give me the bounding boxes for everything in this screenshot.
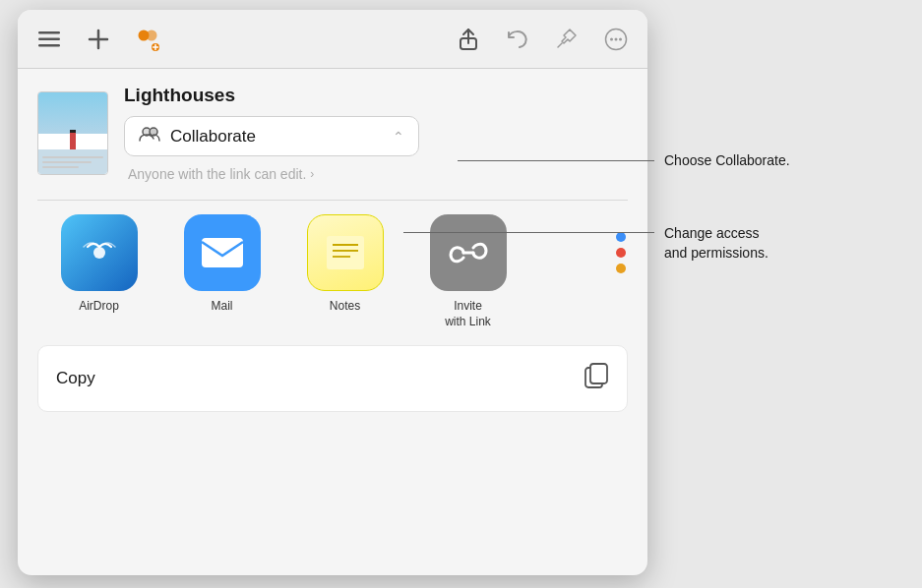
undo-icon[interactable] bbox=[502, 24, 533, 55]
pin-icon[interactable] bbox=[551, 24, 583, 55]
annotation-text-2-container: Change access and permissions. bbox=[664, 224, 768, 263]
svg-rect-0 bbox=[38, 31, 60, 34]
notes-label: Notes bbox=[330, 299, 360, 315]
annotation-text-2b: and permissions. bbox=[664, 244, 768, 264]
svg-rect-2 bbox=[38, 44, 60, 47]
scene: Lighthouses Collaborate ⌃ bbox=[0, 0, 922, 588]
airdrop-label: AirDrop bbox=[79, 299, 119, 315]
svg-point-16 bbox=[93, 247, 105, 259]
svg-rect-24 bbox=[590, 364, 607, 383]
invite-link-label: Invitewith Link bbox=[445, 299, 491, 329]
collaborate-dropdown[interactable]: Collaborate ⌃ bbox=[124, 116, 419, 156]
annotation-choose-collaborate: Choose Collaborate. bbox=[458, 152, 790, 168]
annotation-text-2a: Change access bbox=[664, 224, 768, 244]
share-panel: Lighthouses Collaborate ⌃ bbox=[18, 10, 647, 575]
airdrop-icon-box bbox=[61, 214, 138, 291]
svg-point-12 bbox=[615, 37, 618, 40]
collaborate-toolbar-icon[interactable] bbox=[132, 24, 163, 55]
copy-icon bbox=[584, 362, 609, 395]
svg-rect-1 bbox=[38, 37, 60, 40]
airdrop-share-item[interactable]: AirDrop bbox=[37, 214, 160, 315]
svg-point-11 bbox=[610, 37, 613, 40]
annotation-line-1 bbox=[458, 160, 654, 161]
mail-icon-box bbox=[184, 214, 261, 291]
svg-point-13 bbox=[619, 37, 622, 40]
access-text: Anyone with the link can edit. bbox=[128, 166, 306, 182]
notes-icon-box bbox=[307, 214, 384, 291]
dot-orange bbox=[616, 264, 626, 273]
chevron-icon: ⌃ bbox=[393, 129, 404, 145]
notes-share-item[interactable]: Notes bbox=[283, 214, 406, 315]
collaborate-label: Collaborate bbox=[170, 127, 383, 147]
annotation-text-1: Choose Collaborate. bbox=[664, 152, 790, 168]
more-icon[interactable] bbox=[600, 24, 632, 55]
divider bbox=[37, 200, 628, 201]
add-icon[interactable] bbox=[83, 24, 114, 55]
svg-rect-18 bbox=[327, 236, 364, 269]
svg-point-6 bbox=[147, 29, 157, 40]
annotation-line-2 bbox=[403, 232, 654, 233]
people-icon bbox=[139, 126, 160, 147]
svg-line-9 bbox=[558, 43, 562, 47]
share-icon[interactable] bbox=[453, 24, 484, 55]
copy-label: Copy bbox=[56, 369, 95, 388]
copy-row[interactable]: Copy bbox=[37, 345, 628, 412]
list-icon[interactable] bbox=[33, 24, 65, 55]
doc-thumbnail bbox=[37, 91, 108, 175]
mail-share-item[interactable]: Mail bbox=[160, 214, 283, 315]
doc-title: Lighthouses bbox=[124, 85, 628, 106]
mail-label: Mail bbox=[211, 299, 232, 315]
access-line[interactable]: Anyone with the link can edit. › bbox=[128, 166, 628, 182]
annotation-access: Change access and permissions. bbox=[403, 224, 768, 263]
access-chevron-icon: › bbox=[310, 167, 314, 181]
svg-rect-17 bbox=[202, 238, 243, 267]
toolbar bbox=[18, 10, 647, 69]
